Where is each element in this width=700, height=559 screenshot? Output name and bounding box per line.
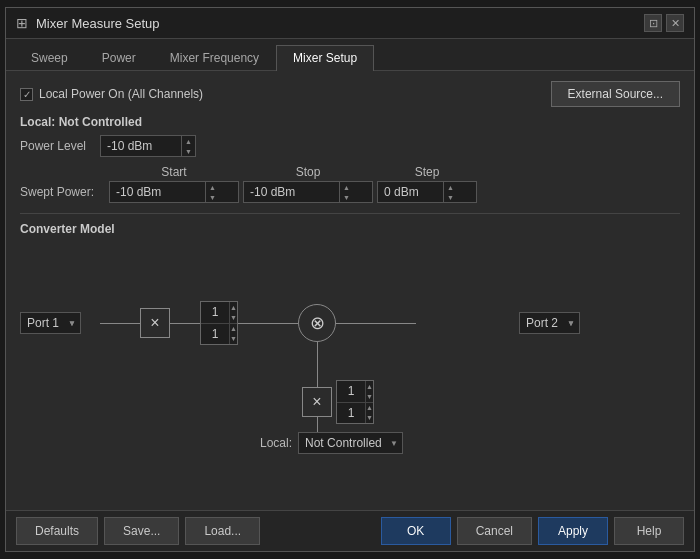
- local-power-checkbox[interactable]: ✓: [20, 88, 33, 101]
- ratio-upper-bot-up[interactable]: ▲: [230, 324, 237, 334]
- port1-select[interactable]: Port 1 Port 2 Port 3 Port 4: [20, 312, 81, 334]
- swept-start-arrows: ▲ ▼: [205, 182, 219, 202]
- swept-step-up-arrow[interactable]: ▲: [444, 182, 457, 192]
- local-power-checkbox-label: ✓ Local Power On (All Channels): [20, 87, 203, 101]
- swept-step-field[interactable]: [378, 185, 443, 199]
- swept-stop-up-arrow[interactable]: ▲: [340, 182, 353, 192]
- ratio-box-lower: 1 ▲ ▼ 1 ▲ ▼: [336, 380, 374, 424]
- power-level-row: Power Level ▲ ▼: [20, 135, 680, 157]
- line-port1-to-mult: [100, 323, 140, 324]
- swept-power-section: Start Stop Step Swept Power: ▲ ▼ ▲: [20, 165, 680, 203]
- ratio-box-upper: 1 ▲ ▼ 1 ▲ ▼: [200, 301, 238, 345]
- power-level-input[interactable]: ▲ ▼: [100, 135, 196, 157]
- ratio-upper-bot-val: 1: [201, 327, 229, 341]
- dialog: ⊞ Mixer Measure Setup ⊡ ✕ Sweep Power Mi…: [5, 7, 695, 552]
- dialog-icon: ⊞: [16, 15, 28, 31]
- port1-select-wrapper: Port 1 Port 2 Port 3 Port 4 ▼: [20, 312, 81, 334]
- ratio-lower-bot-val: 1: [337, 406, 365, 420]
- ratio-lower-bot-arrows: ▲ ▼: [365, 403, 373, 424]
- top-row: ✓ Local Power On (All Channels) External…: [20, 81, 680, 107]
- mult-box-lower: ×: [302, 387, 332, 417]
- swept-power-label: Swept Power:: [20, 185, 105, 199]
- title-buttons: ⊡ ✕: [644, 14, 684, 32]
- power-level-up-arrow[interactable]: ▲: [182, 136, 195, 146]
- screenshot-button[interactable]: ⊡: [644, 14, 662, 32]
- ratio-upper-top-row: 1 ▲ ▼: [201, 302, 237, 324]
- port1-wrapper: Port 1 Port 2 Port 3 Port 4 ▼: [20, 312, 81, 334]
- swept-stop-field[interactable]: [244, 185, 339, 199]
- line-mult-to-ratio: [170, 323, 200, 324]
- cancel-button[interactable]: Cancel: [457, 517, 532, 545]
- power-level-field[interactable]: [101, 139, 181, 153]
- power-level-down-arrow[interactable]: ▼: [182, 146, 195, 156]
- swept-start-input[interactable]: ▲ ▼: [109, 181, 239, 203]
- line-mixer-to-port2: [336, 323, 416, 324]
- swept-stop-arrows: ▲ ▼: [339, 182, 353, 202]
- start-header: Start: [109, 165, 239, 179]
- swept-stop-down-arrow[interactable]: ▼: [340, 192, 353, 202]
- ratio-lower-top-down[interactable]: ▼: [366, 391, 373, 401]
- power-level-arrows: ▲ ▼: [181, 136, 195, 156]
- ratio-lower-bot-down[interactable]: ▼: [366, 413, 373, 423]
- ratio-upper-top-down[interactable]: ▼: [230, 312, 237, 322]
- local-row: Local: Not Controlled Internal External: [260, 432, 403, 454]
- local-label: Local:: [260, 436, 292, 450]
- mixer-circle: ⊗: [298, 304, 336, 342]
- tab-mixer-frequency[interactable]: Mixer Frequency: [153, 45, 276, 70]
- swept-step-input[interactable]: ▲ ▼: [377, 181, 477, 203]
- power-level-label: Power Level: [20, 139, 90, 153]
- help-button[interactable]: Help: [614, 517, 684, 545]
- line-mixer-down: [317, 342, 318, 387]
- ratio-upper-top-arrows: ▲ ▼: [229, 302, 237, 323]
- converter-diagram: Port 1 Port 2 Port 3 Port 4 ▼ ×: [20, 242, 580, 452]
- ratio-upper-bot-down[interactable]: ▼: [230, 334, 237, 344]
- swept-stop-input[interactable]: ▲ ▼: [243, 181, 373, 203]
- stop-header: Stop: [243, 165, 373, 179]
- swept-step-arrows: ▲ ▼: [443, 182, 457, 202]
- swept-start-down-arrow[interactable]: ▼: [206, 192, 219, 202]
- swept-headers: Start Stop Step: [20, 165, 680, 179]
- ratio-lower-top-val: 1: [337, 384, 365, 398]
- ratio-lower-top-row: 1 ▲ ▼: [337, 381, 373, 403]
- tab-power[interactable]: Power: [85, 45, 153, 70]
- title-bar: ⊞ Mixer Measure Setup ⊡ ✕: [6, 8, 694, 39]
- swept-start-up-arrow[interactable]: ▲: [206, 182, 219, 192]
- port2-wrapper: Port 2 Port 1 Port 3 Port 4 ▼: [519, 312, 580, 334]
- ratio-upper-top-val: 1: [201, 305, 229, 319]
- local-select[interactable]: Not Controlled Internal External: [298, 432, 403, 454]
- mult-box-upper: ×: [140, 308, 170, 338]
- ratio-upper-bot-row: 1 ▲ ▼: [201, 324, 237, 345]
- local-power-label: Local Power On (All Channels): [39, 87, 203, 101]
- swept-start-field[interactable]: [110, 185, 205, 199]
- line-ratio-to-mixer: [238, 323, 298, 324]
- ratio-upper-bot-arrows: ▲ ▼: [229, 324, 237, 345]
- ok-cancel-group: OK Cancel Apply Help: [381, 517, 684, 545]
- ratio-lower-bot-row: 1 ▲ ▼: [337, 403, 373, 424]
- converter-section: Converter Model Port 1 Port 2 Port 3 Por…: [20, 213, 680, 452]
- local-section-label: Local: Not Controlled: [20, 115, 680, 129]
- tabs-bar: Sweep Power Mixer Frequency Mixer Setup: [6, 39, 694, 71]
- tab-sweep[interactable]: Sweep: [14, 45, 85, 70]
- bottom-bar: Defaults Save... Load... OK Cancel Apply…: [6, 510, 694, 551]
- step-header: Step: [377, 165, 477, 179]
- content-area: ✓ Local Power On (All Channels) External…: [6, 71, 694, 510]
- ratio-upper-top-up[interactable]: ▲: [230, 302, 237, 312]
- dialog-title: Mixer Measure Setup: [36, 16, 160, 31]
- ratio-lower-bot-up[interactable]: ▲: [366, 403, 373, 413]
- port2-select-wrapper: Port 2 Port 1 Port 3 Port 4 ▼: [519, 312, 580, 334]
- swept-step-down-arrow[interactable]: ▼: [444, 192, 457, 202]
- save-button[interactable]: Save...: [104, 517, 179, 545]
- external-source-button[interactable]: External Source...: [551, 81, 680, 107]
- converter-label: Converter Model: [20, 222, 680, 236]
- ok-button[interactable]: OK: [381, 517, 451, 545]
- ratio-lower-top-arrows: ▲ ▼: [365, 381, 373, 402]
- load-button[interactable]: Load...: [185, 517, 260, 545]
- ratio-lower-top-up[interactable]: ▲: [366, 381, 373, 391]
- apply-button[interactable]: Apply: [538, 517, 608, 545]
- swept-inputs: Swept Power: ▲ ▼ ▲ ▼: [20, 181, 680, 203]
- tab-mixer-setup[interactable]: Mixer Setup: [276, 45, 374, 71]
- local-select-wrapper: Not Controlled Internal External: [298, 432, 403, 454]
- defaults-button[interactable]: Defaults: [16, 517, 98, 545]
- port2-select[interactable]: Port 2 Port 1 Port 3 Port 4: [519, 312, 580, 334]
- close-button[interactable]: ✕: [666, 14, 684, 32]
